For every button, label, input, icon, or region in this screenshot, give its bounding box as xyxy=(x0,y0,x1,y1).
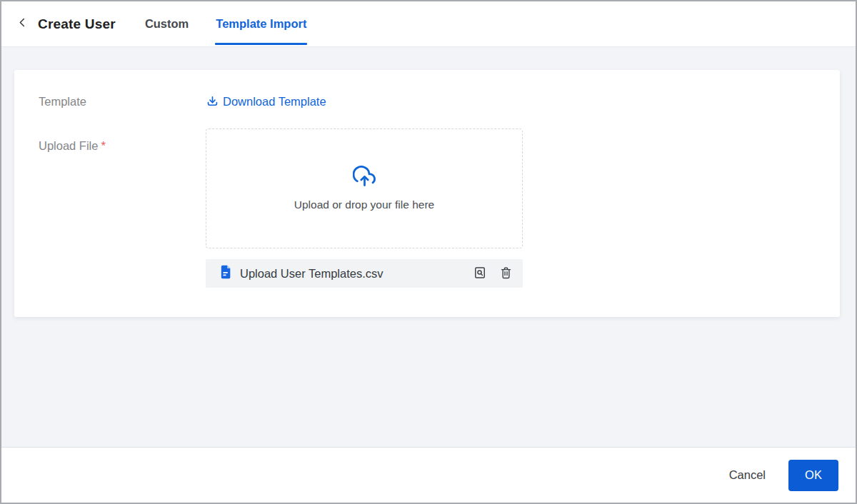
create-user-dialog: Create User Custom Template Import Templ… xyxy=(0,0,857,504)
file-dropzone[interactable]: Upload or drop your file here xyxy=(206,128,523,248)
dialog-header: Create User Custom Template Import xyxy=(1,1,856,47)
tab-custom[interactable]: Custom xyxy=(144,1,189,46)
cancel-button[interactable]: Cancel xyxy=(728,463,767,488)
upload-file-label: Upload File* xyxy=(14,128,206,154)
template-row: Template Download Template xyxy=(14,91,840,111)
uploaded-file-item: Upload User Templates.csv xyxy=(206,259,523,288)
dialog-body: Template Download Template Upload File* xyxy=(1,47,856,447)
download-template-link[interactable]: Download Template xyxy=(206,95,326,109)
dialog-footer: Cancel OK xyxy=(1,447,856,503)
file-actions xyxy=(473,266,513,282)
tab-bar: Custom Template Import xyxy=(144,1,308,46)
upload-file-row: Upload File* Upload or drop your file he… xyxy=(14,128,840,288)
form-card: Template Download Template Upload File* xyxy=(14,70,840,317)
ok-button[interactable]: OK xyxy=(788,460,838,491)
cloud-upload-icon xyxy=(353,166,376,192)
tab-template-import[interactable]: Template Import xyxy=(215,1,307,46)
trash-icon xyxy=(499,266,513,282)
back-button[interactable] xyxy=(17,1,38,46)
chevron-left-icon xyxy=(17,17,28,31)
upload-control: Upload or drop your file here Upload Use… xyxy=(206,128,523,288)
download-icon xyxy=(206,95,219,109)
preview-file-button[interactable] xyxy=(473,266,487,282)
page-title: Create User xyxy=(38,1,116,46)
delete-file-button[interactable] xyxy=(499,266,513,282)
file-search-icon xyxy=(473,266,487,282)
uploaded-file-name: Upload User Templates.csv xyxy=(240,267,473,281)
dropzone-hint-text: Upload or drop your file here xyxy=(294,198,434,211)
required-asterisk: * xyxy=(101,139,105,152)
template-label: Template xyxy=(14,93,206,110)
csv-document-icon xyxy=(220,265,232,282)
download-link-label: Download Template xyxy=(223,95,326,109)
